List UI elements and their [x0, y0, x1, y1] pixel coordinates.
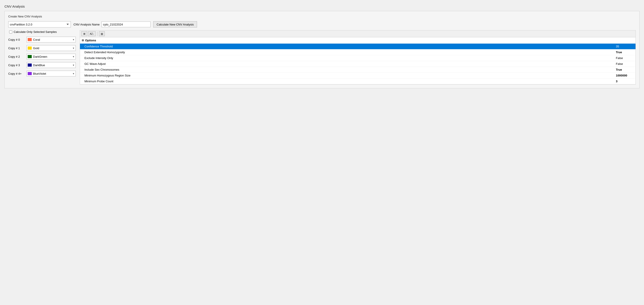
color-name-0: Coral: [33, 38, 71, 41]
chevron-down-icon-1: ▼: [72, 47, 74, 50]
option-value-5: 1000000: [616, 74, 634, 77]
copy-row-4: Copy # 4+BlueViolet▼: [8, 71, 80, 77]
panel-title: Create New CNV Analysis: [8, 15, 636, 18]
option-name-3: GC Wave Adjust: [84, 62, 616, 66]
options-header: ⊟ Options: [80, 37, 636, 44]
color-select-3[interactable]: DarkBlue▼: [26, 62, 76, 68]
second-row: Calculate Only Selected Samples Copy # 0…: [8, 30, 636, 85]
color-swatch-2: [28, 55, 32, 58]
checkbox-row: Calculate Only Selected Samples: [8, 30, 80, 34]
color-name-2: DarkGreen: [33, 55, 71, 58]
option-value-3: False: [616, 62, 634, 66]
cnv-name-row: CNV Analysis Name: [74, 22, 150, 27]
chevron-down-icon-3: ▼: [72, 64, 74, 66]
color-select-0[interactable]: Coral▼: [26, 37, 76, 43]
option-row-6[interactable]: Minimum Probe Count3: [80, 79, 636, 84]
option-name-0: Confidence Threshold: [84, 45, 616, 48]
chevron-down-icon-2: ▼: [72, 56, 74, 58]
copy-row-1: Copy # 1Gold▼: [8, 45, 80, 51]
option-value-1: True: [616, 51, 634, 54]
color-name-4: BlueViolet: [33, 72, 71, 75]
option-name-5: Minimum Homozygous Region Size: [84, 74, 616, 77]
window-title: CNV Analysis: [4, 5, 640, 8]
chevron-down-icon-4: ▼: [72, 73, 74, 75]
option-row-4[interactable]: Include Sex ChromosomesTrue: [80, 67, 636, 73]
option-name-2: Exclude Intensity Only: [84, 56, 616, 60]
option-row-2[interactable]: Exclude Intensity OnlyFalse: [80, 55, 636, 61]
copy-row-0: Copy # 0Coral▼: [8, 37, 80, 43]
option-name-1: Detect Extended Homozygosity: [84, 51, 616, 54]
option-row-3[interactable]: GC Wave AdjustFalse: [80, 61, 636, 67]
options-section: ⊟ Options Confidence Threshold35Detect E…: [80, 37, 636, 84]
color-swatch-1: [28, 47, 32, 50]
copy-label-4: Copy # 4+: [8, 72, 24, 75]
option-value-0: 35: [616, 45, 634, 48]
color-swatch-3: [28, 64, 32, 67]
collapse-icon[interactable]: ⊟: [82, 39, 84, 42]
color-swatch-4: [28, 72, 32, 75]
toolbar-separator: [97, 32, 98, 36]
options-list: Confidence Threshold35Detect Extended Ho…: [80, 44, 636, 84]
right-panel: ⊞ AZ↓ ▤ ⊟ Options Confidence Threshold35…: [80, 30, 636, 85]
toolbar-btn-view[interactable]: ▤: [99, 31, 105, 36]
chevron-down-icon-0: ▼: [72, 39, 74, 41]
cnv-name-input[interactable]: [102, 22, 150, 27]
option-row-0[interactable]: Confidence Threshold35: [80, 44, 636, 50]
toolbar-row: ⊞ AZ↓ ▤: [80, 31, 636, 37]
copy-label-0: Copy # 0: [8, 38, 24, 41]
option-value-6: 3: [616, 80, 634, 83]
option-value-4: True: [616, 68, 634, 71]
color-select-1[interactable]: Gold▼: [26, 45, 76, 51]
cnv-name-label: CNV Analysis Name: [74, 23, 100, 26]
color-name-3: DarkBlue: [33, 64, 71, 67]
copy-row-3: Copy # 3DarkBlue▼: [8, 62, 80, 68]
copy-label-3: Copy # 3: [8, 64, 24, 67]
algorithm-select[interactable]: cnvPartition 3.2.0: [8, 21, 71, 28]
toolbar-btn-grid[interactable]: ⊞: [81, 31, 87, 36]
option-value-2: False: [616, 56, 634, 60]
option-name-4: Include Sex Chromosomes: [84, 68, 616, 71]
color-swatch-0: [28, 38, 32, 41]
copy-label-2: Copy # 2: [8, 55, 24, 58]
copy-row-2: Copy # 2DarkGreen▼: [8, 54, 80, 60]
option-row-1[interactable]: Detect Extended HomozygosityTrue: [80, 50, 636, 55]
color-select-4[interactable]: BlueViolet▼: [26, 71, 76, 77]
main-panel: Create New CNV Analysis cnvPartition 3.2…: [4, 11, 640, 88]
copies-container: Copy # 0Coral▼Copy # 1Gold▼Copy # 2DarkG…: [8, 37, 80, 77]
calculate-button[interactable]: Calculate New CNV Analysis: [153, 21, 197, 28]
left-panel: Calculate Only Selected Samples Copy # 0…: [8, 30, 80, 79]
options-title: Options: [85, 39, 96, 42]
option-row-5[interactable]: Minimum Homozygous Region Size1000000: [80, 73, 636, 79]
top-row: cnvPartition 3.2.0 CNV Analysis Name Cal…: [8, 21, 636, 28]
checkbox-label[interactable]: Calculate Only Selected Samples: [14, 30, 57, 34]
copy-label-1: Copy # 1: [8, 47, 24, 50]
color-name-1: Gold: [33, 47, 71, 50]
calculate-selected-checkbox[interactable]: [9, 31, 12, 34]
toolbar-btn-sort[interactable]: AZ↓: [88, 31, 96, 36]
color-select-2[interactable]: DarkGreen▼: [26, 54, 76, 60]
option-name-6: Minimum Probe Count: [84, 80, 616, 83]
